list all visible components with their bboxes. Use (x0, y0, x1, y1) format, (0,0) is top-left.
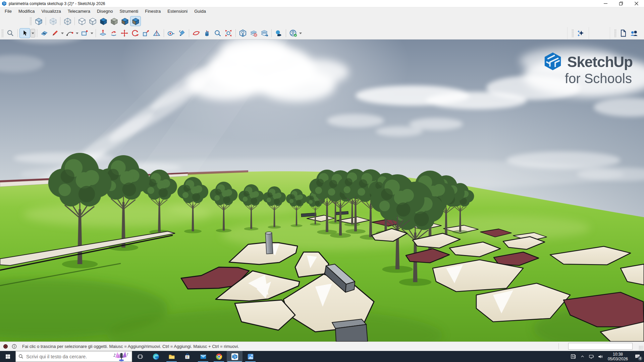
toolbar-grip[interactable] (1, 29, 4, 37)
statusbar-separator (558, 343, 559, 349)
move-tool-button[interactable] (119, 28, 130, 38)
rectangle-tool-button[interactable] (79, 28, 90, 38)
tray-date: 05/03/2026 (608, 357, 628, 361)
network-icon[interactable] (587, 351, 596, 362)
minimize-button[interactable] (598, 0, 613, 7)
layers-export-button[interactable] (259, 28, 270, 38)
file-explorer-taskbar-button[interactable] (164, 351, 179, 362)
notification-count-badge: 4 (638, 356, 643, 361)
eraser-tool-button[interactable] (39, 28, 50, 38)
search-icon (18, 354, 23, 359)
tray-clock[interactable]: 10:38 05/03/2026 (605, 352, 631, 361)
new-document-button[interactable] (618, 28, 629, 38)
textured-selected-cube-button[interactable] (130, 16, 141, 26)
shadows-tool-button[interactable] (273, 28, 284, 38)
menu-strumenti[interactable]: Strumenti (116, 7, 142, 15)
gray-box (332, 319, 368, 342)
geo-location-icon[interactable] (3, 344, 8, 349)
tray-chevron-up-icon[interactable] (578, 351, 587, 362)
zoom-extents-tool-button[interactable] (223, 28, 234, 38)
paint-bucket-tool-button[interactable] (176, 28, 187, 38)
ai-sparkles-button[interactable] (575, 28, 586, 38)
menu-estensioni[interactable]: Estensioni (164, 7, 191, 15)
3d-viewport[interactable]: SketchUp for Schools (0, 40, 644, 342)
xray-style-button[interactable] (48, 16, 58, 26)
ai-toolbar-group (567, 27, 589, 39)
toolbar-grip[interactable] (572, 29, 574, 37)
menu-finestra[interactable]: Finestra (142, 7, 164, 15)
task-view-button[interactable] (132, 351, 148, 362)
tray-time: 10:38 (608, 352, 628, 357)
shaded-white-cube-button[interactable] (87, 16, 98, 26)
gray-pillar (265, 232, 273, 254)
arc-tool-dropdown[interactable] (76, 33, 78, 34)
orbit-tool-button[interactable] (191, 28, 202, 38)
hiddenline-style-button[interactable] (76, 16, 87, 26)
tape-measure-tool-button[interactable] (166, 28, 176, 38)
menu-disegno[interactable]: Disegno (94, 7, 116, 15)
zoom-tool-button[interactable] (212, 28, 223, 38)
start-button[interactable] (0, 351, 15, 362)
menu-telecamera[interactable]: Telecamera (64, 7, 94, 15)
store-taskbar-button[interactable] (179, 351, 195, 362)
close-button[interactable] (629, 0, 644, 7)
menu-file[interactable]: File (1, 7, 15, 15)
views-toolbar (0, 15, 644, 27)
pushpull-tool-button[interactable] (98, 28, 108, 38)
measurements-input[interactable] (568, 343, 633, 350)
rectangle-tool-dropdown[interactable] (91, 33, 93, 34)
mail-taskbar-button[interactable] (195, 351, 211, 362)
collaborators-button[interactable] (629, 28, 639, 38)
arc-tool-button[interactable] (64, 28, 75, 38)
line-tool-dropdown[interactable] (61, 33, 64, 34)
menu-bar: File Modifica Visualizza Telecamera Dise… (0, 7, 644, 15)
status-bar: Fai clic o trascina per selezionare gli … (0, 342, 644, 351)
sketchup-taskbar-button[interactable] (227, 351, 243, 362)
svg-text:♪: ♪ (126, 352, 128, 356)
news-widgets-icon[interactable] (569, 351, 578, 362)
tools-toolbar (0, 27, 644, 40)
edge-taskbar-button[interactable] (148, 351, 164, 362)
monochrome-cube-button[interactable] (109, 16, 119, 26)
toolbar-grip[interactable] (614, 29, 616, 37)
chrome-taskbar-button[interactable] (211, 351, 227, 362)
flip-tool-button[interactable] (151, 28, 162, 38)
photos-icon (247, 353, 254, 360)
menu-visualizza[interactable]: Visualizza (38, 7, 64, 15)
line-tool-button[interactable] (50, 28, 60, 38)
rotate-tool-button[interactable] (130, 28, 141, 38)
volume-icon[interactable] (596, 351, 605, 362)
restore-button[interactable] (613, 0, 629, 7)
file-explorer-icon (168, 353, 175, 360)
photos-taskbar-button[interactable] (243, 351, 258, 362)
scale-tool-button[interactable] (141, 28, 151, 38)
taskbar-search-input[interactable] (26, 354, 103, 359)
search-tool-button[interactable] (5, 28, 16, 38)
offset-tool-button[interactable] (108, 28, 119, 38)
shaded-blue-cube-button[interactable] (98, 16, 109, 26)
solid-tools-button[interactable] (248, 28, 259, 38)
toolbar-grip[interactable] (30, 17, 32, 25)
account-dropdown[interactable] (299, 33, 302, 34)
task-view-icon (137, 354, 143, 360)
taskbar-search-box[interactable]: ♪♪ (15, 351, 132, 362)
select-tool-dropdown[interactable] (31, 29, 35, 38)
status-hint: Fai clic o trascina per selezionare gli … (22, 344, 239, 349)
textured-cube-button[interactable] (119, 16, 130, 26)
wireframe-style-button[interactable] (62, 16, 73, 26)
account-button[interactable] (288, 28, 299, 38)
info-icon[interactable] (11, 344, 17, 349)
mic-karaoke-art-icon[interactable]: ♪♪ (112, 352, 130, 362)
menu-modifica[interactable]: Modifica (15, 7, 38, 15)
notifications-button[interactable]: 4 (631, 351, 644, 362)
menu-guida[interactable]: Guida (191, 7, 209, 15)
pan-tool-button[interactable] (202, 28, 212, 38)
edge-icon (152, 353, 160, 360)
resize-grip[interactable] (639, 346, 643, 350)
file-share-group (610, 27, 644, 39)
warehouse-download-button[interactable] (237, 28, 248, 38)
select-tool-button[interactable] (19, 28, 30, 38)
windows-taskbar: ♪♪ (0, 351, 644, 362)
chrome-icon (215, 353, 223, 360)
iso-view-cube-button[interactable] (33, 16, 44, 26)
